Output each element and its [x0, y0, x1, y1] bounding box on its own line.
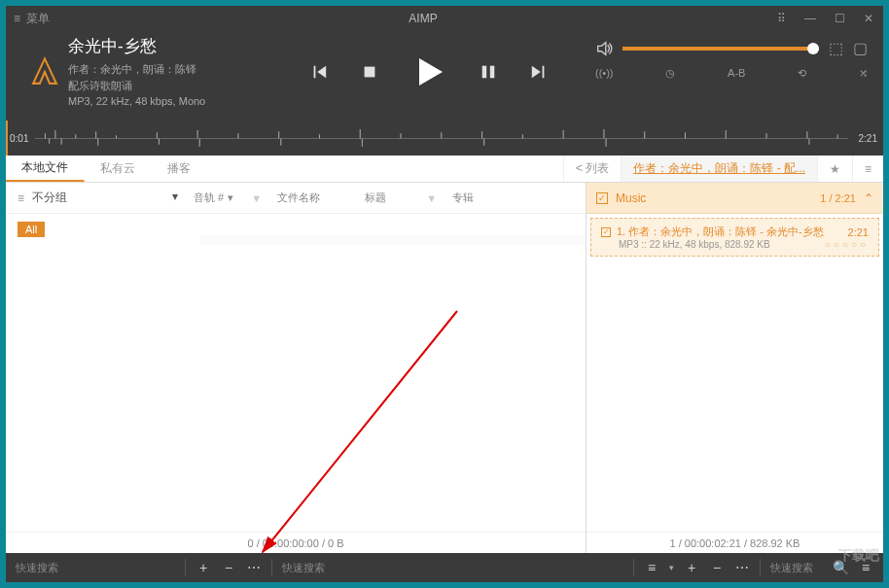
stop-button[interactable]	[361, 63, 378, 81]
collapse-icon[interactable]: ⌃	[864, 191, 873, 205]
tab-list[interactable]: < 列表	[563, 156, 621, 182]
col-filename[interactable]: 文件名称	[269, 190, 357, 205]
item-meta: MP3 :: 22 kHz, 48 kbps, 828.92 KB	[619, 239, 770, 250]
pause-button[interactable]	[480, 63, 497, 81]
playlist-name: Music	[616, 191, 812, 205]
col-track[interactable]: 音轨 #▾▼	[186, 190, 269, 205]
app-title: AIMP	[72, 12, 774, 25]
display-icon[interactable]: ▢	[853, 39, 868, 57]
tab-bar: 本地文件 私有云 播客 < 列表 作者：余光中，朗诵：陈铎 - 配... ★ ≡	[6, 156, 883, 183]
search-left[interactable]: 快速搜索	[6, 553, 68, 582]
volume-slider[interactable]	[622, 47, 819, 51]
search-right[interactable]: 快速搜索	[761, 553, 823, 582]
menu-button[interactable]: ≡菜单	[14, 11, 72, 27]
playlist-header[interactable]: ✓ Music 1 / 2:21 ⌃	[587, 183, 883, 214]
menu-icon[interactable]: ≡	[852, 156, 883, 182]
tab-local[interactable]: 本地文件	[6, 156, 85, 182]
playlist-item[interactable]: ✓ 1. 作者：余光中，朗诵：陈铎 - 余光中-乡愁 2:21 MP3 :: 2…	[590, 218, 879, 257]
maximize-icon[interactable]: ☐	[833, 12, 846, 25]
ab-repeat-button[interactable]: A-B	[728, 67, 745, 80]
time-elapsed: 0:01	[10, 133, 28, 144]
bottom-toolbar: 快速搜索 + − ⋯ 快速搜索 ≡▾ + − ⋯ 快速搜索 🔍 ≡	[6, 553, 883, 582]
library-panel: ≡ 不分组▾ 音轨 #▾▼ 文件名称 标题▼ 专辑 All 0 / 00:00:…	[6, 183, 587, 553]
close-icon[interactable]: ✕	[862, 12, 875, 25]
track-album: 配乐诗歌朗诵	[68, 78, 263, 94]
tab-nowplaying[interactable]: 作者：余光中，朗诵：陈铎 - 配...	[621, 156, 817, 182]
playlist-count: 1 / 2:21	[820, 192, 856, 204]
titlebar: ≡菜单 AIMP ⠿ — ☐ ✕	[6, 6, 883, 31]
playlist-panel: ✓ Music 1 / 2:21 ⌃ ✓ 1. 作者：余光中，朗诵：陈铎 - 余…	[587, 183, 883, 553]
broadcast-icon[interactable]: ((•))	[595, 67, 614, 80]
library-status: 0 / 00:00:00:00 / 0 B	[6, 532, 586, 553]
remove2-button[interactable]: −	[709, 560, 725, 575]
next-button[interactable]	[530, 63, 548, 81]
tab-podcast[interactable]: 播客	[152, 156, 207, 182]
track-author: 作者：余光中，朗诵：陈铎	[68, 61, 263, 78]
player-panel: 余光中-乡愁 作者：余光中，朗诵：陈铎 配乐诗歌朗诵 MP3, 22 kHz, …	[6, 31, 883, 121]
track-title: 余光中-乡愁	[68, 35, 263, 57]
track-format: MP3, 22 kHz, 48 kbps, Mono	[68, 93, 263, 110]
add-button[interactable]: +	[196, 560, 211, 575]
svg-rect-0	[365, 67, 375, 78]
item-duration: 2:21	[848, 226, 869, 238]
group-dropdown[interactable]: 不分组▾	[32, 190, 178, 206]
timer-icon[interactable]: ◷	[665, 67, 675, 80]
track-info: 余光中-乡愁 作者：余光中，朗诵：陈铎 配乐诗歌朗诵 MP3, 22 kHz, …	[68, 31, 263, 113]
remove-button[interactable]: −	[221, 560, 236, 575]
playlist-check-icon[interactable]: ✓	[596, 192, 608, 204]
more2-button[interactable]: ⋯	[734, 560, 750, 575]
time-total: 2:21	[859, 133, 877, 144]
list-icon[interactable]: ≡	[644, 560, 659, 575]
minimize-icon[interactable]: —	[803, 12, 817, 25]
col-title[interactable]: 标题▼	[357, 190, 444, 205]
shuffle-icon[interactable]: ⤨	[859, 67, 868, 80]
col-album[interactable]: 专辑	[444, 190, 481, 205]
play-button[interactable]	[411, 54, 446, 89]
watermark: 下载吧	[838, 547, 879, 565]
filter-all[interactable]: All	[18, 222, 45, 237]
group-menu-icon[interactable]: ≡	[18, 191, 24, 205]
equalizer-icon[interactable]: ⬚	[829, 39, 843, 57]
repeat-icon[interactable]: ⟲	[798, 67, 806, 80]
item-rating[interactable]: ○○○○○	[825, 239, 869, 250]
prev-button[interactable]	[310, 63, 328, 81]
compact-icon[interactable]: ⠿	[774, 12, 788, 25]
tab-cloud[interactable]: 私有云	[85, 156, 152, 182]
search-center[interactable]: 快速搜索	[272, 553, 633, 582]
item-title: 1. 作者：余光中，朗诵：陈铎 - 余光中-乡愁	[617, 225, 842, 239]
svg-rect-1	[482, 66, 487, 79]
star-icon[interactable]: ★	[817, 156, 852, 182]
more-button[interactable]: ⋯	[246, 560, 262, 575]
waveform[interactable]: 0:01 2:21	[6, 121, 883, 156]
svg-rect-2	[490, 66, 495, 79]
add2-button[interactable]: +	[684, 560, 699, 575]
aimp-logo-icon	[21, 31, 68, 113]
track-list[interactable]	[200, 214, 586, 245]
item-check-icon[interactable]: ✓	[601, 227, 611, 237]
volume-icon[interactable]	[595, 40, 613, 57]
